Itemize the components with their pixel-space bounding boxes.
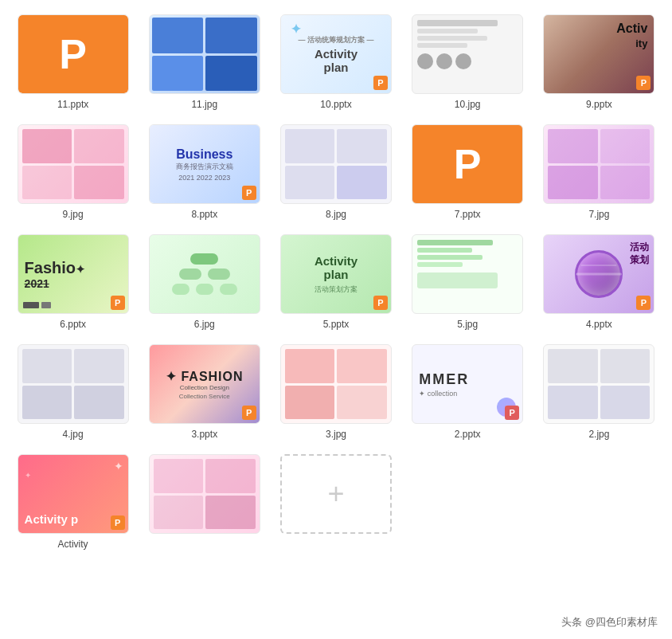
thumb-content: + <box>282 456 390 532</box>
thumb-content <box>18 125 128 203</box>
list-item[interactable] <box>143 454 266 550</box>
file-name: 5.jpg <box>457 319 478 330</box>
file-thumbnail: P <box>412 124 523 204</box>
thumb-content: P <box>18 15 128 93</box>
file-thumbnail: Activity P <box>543 14 654 94</box>
file-name: 8.pptx <box>191 209 217 220</box>
file-name: 9.jpg <box>63 209 84 220</box>
file-thumbnail: Activity p ✦ ✦ P <box>18 454 129 534</box>
watermark: 头条 @四色印素材库 <box>561 615 658 629</box>
file-name: 4.jpg <box>63 429 84 440</box>
thumb-content <box>544 125 654 203</box>
file-name: 4.pptx <box>586 319 612 330</box>
list-item[interactable]: 3.jpg <box>274 344 397 440</box>
thumb-content <box>150 235 260 313</box>
file-name: 6.pptx <box>60 319 86 330</box>
thumb-content <box>150 455 260 533</box>
list-item[interactable]: ✦ FASHION Collection Design Collection S… <box>143 344 266 440</box>
file-name: 10.pptx <box>320 99 351 110</box>
file-thumbnail: P <box>18 14 129 94</box>
file-thumbnail: Activity plan 活动策划方案 P <box>280 234 392 314</box>
list-item[interactable]: 7.jpg <box>537 124 661 220</box>
file-thumbnail <box>280 344 392 424</box>
file-name: 10.jpg <box>455 99 481 110</box>
list-item[interactable]: 11.jpg <box>143 14 266 110</box>
file-thumbnail <box>149 454 260 534</box>
pptx-badge: P <box>636 76 651 90</box>
list-item[interactable]: 2.jpg <box>537 344 661 440</box>
file-thumbnail <box>18 124 129 204</box>
list-item[interactable]: Fashio✦ 2021 P 6.pptx <box>11 234 135 330</box>
thumb-content <box>152 18 257 91</box>
file-name: 7.pptx <box>455 209 481 220</box>
list-item[interactable]: Activity plan 活动策划方案 P 5.pptx <box>274 234 397 330</box>
thumb-content <box>281 345 391 423</box>
list-item[interactable]: 10.jpg <box>406 14 529 110</box>
list-item[interactable]: 活动策划 P 4.pptx <box>537 234 661 330</box>
file-thumbnail: Fashio✦ 2021 P <box>18 234 129 314</box>
file-thumbnail: + <box>280 454 392 534</box>
file-name: 6.jpg <box>194 319 215 330</box>
file-name: 3.pptx <box>191 429 217 440</box>
file-thumbnail: Business 商务报告演示文稿 2021 2022 2023 P <box>149 124 260 204</box>
file-name: 2.pptx <box>455 429 481 440</box>
list-item[interactable]: ✦ — 活动统筹规划方案 — Activity plan P 10.pptx <box>274 14 397 110</box>
list-item[interactable]: 5.jpg <box>406 234 529 330</box>
list-item[interactable]: 4.jpg <box>11 344 135 440</box>
file-thumbnail <box>543 124 654 204</box>
file-thumbnail: MMER ✦ collection ✦ P <box>412 344 523 424</box>
pptx-badge: P <box>111 296 125 310</box>
thumb-content <box>544 345 654 423</box>
pptx-badge: P <box>242 406 256 420</box>
file-name: 2.jpg <box>588 429 609 440</box>
file-name: 3.jpg <box>326 429 346 440</box>
list-item[interactable]: P 11.pptx <box>11 14 135 110</box>
thumb-content <box>18 345 128 423</box>
pptx-badge: P <box>111 516 125 530</box>
file-name: 8.jpg <box>326 209 346 220</box>
file-name: 5.pptx <box>323 319 350 330</box>
file-thumbnail <box>18 344 129 424</box>
file-thumbnail <box>149 14 260 94</box>
file-thumbnail <box>149 234 260 314</box>
file-name: Activity <box>58 539 88 550</box>
file-name: 9.pptx <box>586 99 612 110</box>
file-name: 11.pptx <box>57 99 88 110</box>
pptx-badge: P <box>505 406 519 420</box>
file-thumbnail <box>543 344 654 424</box>
file-thumbnail <box>412 234 523 314</box>
pptx-badge: P <box>242 186 256 200</box>
list-item[interactable]: 6.jpg <box>143 234 266 330</box>
file-thumbnail <box>412 14 523 94</box>
list-item[interactable]: Business 商务报告演示文稿 2021 2022 2023 P 8.ppt… <box>143 124 266 220</box>
thumb-content: P <box>412 125 522 203</box>
list-item[interactable]: + <box>274 454 397 550</box>
file-thumbnail <box>280 124 392 204</box>
file-name: 11.jpg <box>191 99 217 110</box>
list-item[interactable]: MMER ✦ collection ✦ P 2.pptx <box>406 344 529 440</box>
thumb-content <box>412 15 522 93</box>
pptx-badge: P <box>373 76 388 90</box>
thumb-content <box>281 125 391 203</box>
list-item[interactable]: 9.jpg <box>11 124 135 220</box>
list-item[interactable]: Activity p ✦ ✦ P Activity <box>11 454 135 550</box>
file-thumbnail: 活动策划 P <box>543 234 654 314</box>
file-name: 7.jpg <box>588 209 609 220</box>
file-thumbnail: ✦ FASHION Collection Design Collection S… <box>149 344 260 424</box>
pptx-badge: P <box>636 296 651 310</box>
list-item[interactable]: 8.jpg <box>274 124 397 220</box>
thumb-content <box>412 235 522 313</box>
list-item[interactable]: Activity P 9.pptx <box>537 14 661 110</box>
file-thumbnail: ✦ — 活动统筹规划方案 — Activity plan P <box>280 14 392 94</box>
file-grid: P 11.pptx 11.jpg ✦ — 活动统筹规划方案 — Activity… <box>0 0 672 558</box>
pptx-badge: P <box>373 296 388 310</box>
list-item[interactable]: P 7.pptx <box>406 124 529 220</box>
